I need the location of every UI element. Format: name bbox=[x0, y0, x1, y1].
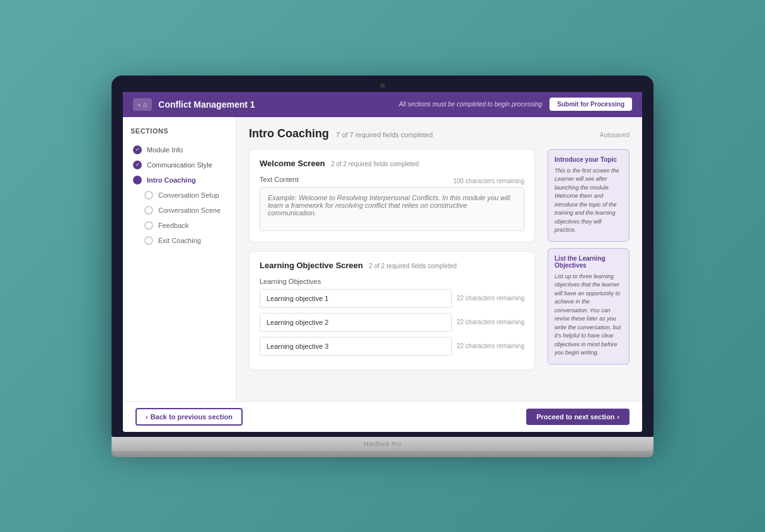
app-main: Sections Module Info Communication Style… bbox=[123, 117, 642, 401]
sidebar-item-feedback[interactable]: Feedback bbox=[130, 218, 228, 233]
laptop-base bbox=[112, 437, 653, 451]
next-button-label: Proceed to next section bbox=[536, 413, 614, 421]
content-cards: Welcome Screen 2 of 2 required fields co… bbox=[249, 149, 535, 379]
sidebar-label-exit-coaching: Exit Coaching bbox=[158, 237, 201, 244]
app-title: Conflict Management 1 bbox=[158, 99, 399, 110]
sidebar-item-conversation-setup[interactable]: Conversation Setup bbox=[130, 188, 228, 203]
chevron-right-icon-footer: › bbox=[617, 413, 619, 421]
app-container: ‹ ⌂ Conflict Management 1 All sections m… bbox=[123, 92, 642, 432]
obj-1-char-count: 22 characters remaining bbox=[457, 295, 524, 302]
welcome-screen-title: Welcome Screen bbox=[260, 159, 325, 168]
sidebar-label-conversation-scene: Conversation Scene bbox=[158, 207, 221, 214]
autosaved-label: Autosaved bbox=[600, 132, 630, 139]
sidebar-label-module-info: Module Info bbox=[147, 146, 183, 154]
learning-objective-card: Learning Objective Screen 2 of 2 require… bbox=[249, 251, 535, 370]
sidebar-label-conversation-setup: Conversation Setup bbox=[158, 191, 219, 199]
learning-tip-title: List the Learning Objectives bbox=[555, 255, 623, 269]
content-area: Intro Coaching 7 of 7 required fields co… bbox=[236, 117, 642, 401]
laptop-bottom bbox=[112, 451, 653, 457]
header-back-button[interactable]: ‹ ⌂ bbox=[133, 98, 152, 111]
learning-card-header: Learning Objective Screen 2 of 2 require… bbox=[260, 261, 524, 270]
sidebar-title: Sections bbox=[130, 127, 228, 135]
learning-objectives-label: Learning Objectives bbox=[260, 278, 524, 285]
content-title-group: Intro Coaching 7 of 7 required fields co… bbox=[249, 127, 433, 140]
check-icon-2 bbox=[133, 161, 142, 169]
tip-panel: Introduce your Topic This is the first s… bbox=[548, 149, 630, 379]
home-icon: ⌂ bbox=[143, 101, 147, 108]
obj-3-char-count: 22 characters remaining bbox=[457, 342, 524, 349]
dot-icon-4 bbox=[144, 236, 153, 245]
laptop-screen-outer: ‹ ⌂ Conflict Management 1 All sections m… bbox=[112, 76, 653, 437]
welcome-text-area[interactable] bbox=[260, 187, 524, 231]
content-with-tips: Welcome Screen 2 of 2 required fields co… bbox=[249, 149, 630, 379]
welcome-card-title-group: Welcome Screen 2 of 2 required fields co… bbox=[260, 159, 419, 168]
sidebar-item-intro-coaching[interactable]: Intro Coaching bbox=[130, 173, 228, 188]
completion-status: 7 of 7 required fields completed bbox=[336, 131, 432, 139]
sidebar-item-conversation-scene[interactable]: Conversation Scene bbox=[130, 203, 228, 218]
sidebar-label-feedback: Feedback bbox=[158, 222, 188, 229]
objective-row-3: 22 characters remaining bbox=[260, 337, 524, 356]
active-dot-icon bbox=[133, 176, 142, 184]
sidebar: Sections Module Info Communication Style… bbox=[123, 117, 236, 401]
app-header: ‹ ⌂ Conflict Management 1 All sections m… bbox=[123, 92, 642, 117]
dot-icon-3 bbox=[144, 221, 153, 230]
welcome-char-count: 100 characters remaining bbox=[453, 178, 524, 184]
welcome-screen-card: Welcome Screen 2 of 2 required fields co… bbox=[249, 149, 535, 242]
welcome-card-header: Welcome Screen 2 of 2 required fields co… bbox=[260, 159, 524, 168]
check-icon bbox=[133, 145, 142, 154]
page-title: Intro Coaching bbox=[249, 127, 329, 140]
learning-completion: 2 of 2 required fields completed bbox=[369, 263, 457, 269]
learning-objective-3-input[interactable] bbox=[260, 337, 452, 356]
learning-objective-1-input[interactable] bbox=[260, 289, 452, 308]
laptop-camera bbox=[380, 83, 385, 88]
app-footer: ‹ Back to previous section Proceed to ne… bbox=[123, 401, 642, 432]
chevron-left-icon: ‹ bbox=[138, 101, 141, 108]
back-button-label: Back to previous section bbox=[151, 413, 233, 421]
welcome-completion: 2 of 2 required fields completed bbox=[331, 161, 419, 167]
header-notice: All sections must be completed to begin … bbox=[399, 101, 542, 108]
welcome-tip-card: Introduce your Topic This is the first s… bbox=[548, 149, 630, 242]
learning-card-title-group: Learning Objective Screen 2 of 2 require… bbox=[260, 261, 457, 270]
sidebar-item-communication-style[interactable]: Communication Style bbox=[130, 157, 228, 173]
learning-tip-card: List the Learning Objectives List up to … bbox=[548, 248, 630, 365]
sidebar-item-exit-coaching[interactable]: Exit Coaching bbox=[130, 233, 228, 248]
laptop-wrapper: ‹ ⌂ Conflict Management 1 All sections m… bbox=[112, 76, 653, 457]
next-button[interactable]: Proceed to next section › bbox=[526, 409, 630, 425]
text-content-label: Text Content bbox=[260, 176, 299, 183]
obj-2-char-count: 22 characters remaining bbox=[457, 319, 524, 325]
dot-icon-2 bbox=[144, 206, 153, 215]
welcome-tip-text: This is the first screen the Learner wil… bbox=[555, 167, 623, 235]
objective-row-1: 22 characters remaining bbox=[260, 289, 524, 308]
back-button[interactable]: ‹ Back to previous section bbox=[135, 408, 243, 426]
sidebar-item-module-info[interactable]: Module Info bbox=[130, 142, 228, 157]
dot-icon-1 bbox=[144, 191, 153, 200]
chevron-left-icon-footer: ‹ bbox=[146, 413, 148, 421]
sidebar-label-communication-style: Communication Style bbox=[147, 161, 212, 169]
objective-row-2: 22 characters remaining bbox=[260, 313, 524, 332]
learning-tip-text: List up to three learning objectives tha… bbox=[555, 273, 623, 358]
learning-screen-title: Learning Objective Screen bbox=[260, 261, 363, 270]
sidebar-label-intro-coaching: Intro Coaching bbox=[147, 176, 196, 184]
content-header: Intro Coaching 7 of 7 required fields co… bbox=[249, 127, 630, 140]
learning-objective-2-input[interactable] bbox=[260, 313, 452, 332]
text-content-label-row: Text Content 100 characters remaining bbox=[260, 176, 524, 187]
welcome-tip-title: Introduce your Topic bbox=[555, 156, 623, 163]
laptop-screen: ‹ ⌂ Conflict Management 1 All sections m… bbox=[123, 92, 642, 432]
submit-button[interactable]: Submit for Processing bbox=[549, 98, 632, 111]
